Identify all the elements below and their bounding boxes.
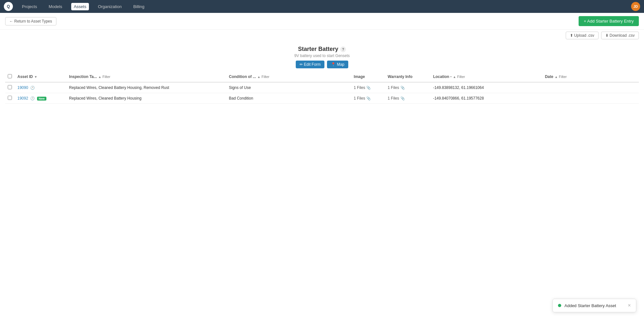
row-2-image-file-icon: 📎 xyxy=(366,96,371,101)
table-row: 19090 🕐 Replaced Wires, Cleaned Battery … xyxy=(5,82,639,93)
row-2-asset-id-cell: 19092 🕐 New xyxy=(15,93,66,104)
col-inspection-tasks: Inspection Ta... ▲ xyxy=(66,72,226,82)
condition-sort[interactable]: Condition of ... ▲ xyxy=(229,74,261,79)
back-button[interactable]: ← Return to Asset Types xyxy=(5,17,56,25)
date-sort[interactable]: Date ▲ xyxy=(545,74,558,79)
select-all-checkbox[interactable] xyxy=(8,74,12,78)
nav-logo: Q xyxy=(4,2,13,11)
row-1-warranty-cell: 1 Files 📎 xyxy=(385,82,430,93)
col-warranty-info: Warranty Info xyxy=(385,72,430,82)
condition-filter[interactable] xyxy=(262,75,306,79)
location-filter[interactable] xyxy=(457,75,502,79)
row-2-location-cell: -149.84070866, 61.19577628 xyxy=(430,93,542,104)
col-asset-id: Asset ID ▼ xyxy=(15,72,66,82)
info-badge[interactable]: ? xyxy=(340,46,346,52)
page-title-container: Starter Battery ? xyxy=(298,46,346,53)
add-button-label: + Add Starter Battery Entry xyxy=(584,19,634,24)
inspection-sort-icon: ▲ xyxy=(98,75,101,79)
page-actions: ✏ Edit Form 📍 Map xyxy=(0,61,644,68)
download-csv-button[interactable]: ⬇ Download .csv xyxy=(601,32,639,39)
col-image: Image xyxy=(351,72,385,82)
sub-header: ← Return to Asset Types + Add Starter Ba… xyxy=(0,13,644,30)
edit-form-button[interactable]: ✏ Edit Form xyxy=(296,61,324,68)
date-filter[interactable] xyxy=(559,75,603,79)
row-1-asset-id-link[interactable]: 19090 xyxy=(17,85,28,90)
col-condition: Condition of ... ▲ xyxy=(226,72,351,82)
col-date: Date ▲ xyxy=(542,72,639,82)
table-body: 19090 🕐 Replaced Wires, Cleaned Battery … xyxy=(5,82,639,104)
nav-item-models[interactable]: Models xyxy=(46,3,65,10)
row-1-image-file-icon: 📎 xyxy=(366,86,371,90)
table-header: Asset ID ▼ Inspection Ta... ▲ Condition … xyxy=(5,72,639,82)
map-label: 📍 Map xyxy=(331,62,344,67)
avatar: JD xyxy=(631,2,640,11)
table-header-row: Asset ID ▼ Inspection Ta... ▲ Condition … xyxy=(5,72,639,82)
download-csv-label: ⬇ Download .csv xyxy=(605,33,635,38)
row-1-clock-icon: 🕐 xyxy=(30,86,35,90)
row-1-image-files: 1 Files 📎 xyxy=(354,85,382,90)
page-subtitle: 9V battery used to start Gensets xyxy=(0,53,644,58)
row-2-condition-cell: Bad Condition xyxy=(226,93,351,104)
row-2-new-badge: New xyxy=(37,97,46,101)
location-sort-icon: ▲ xyxy=(453,75,456,79)
nav-item-billing[interactable]: Billing xyxy=(131,3,147,10)
row-1-location-cell: -149.83898132, 61.19661064 xyxy=(430,82,542,93)
row-2-warranty-cell: 1 Files 📎 xyxy=(385,93,430,104)
inspection-filter[interactable] xyxy=(102,75,147,79)
asset-id-sort[interactable]: Asset ID ▼ xyxy=(17,74,37,79)
row-1-warranty-file-icon: 📎 xyxy=(400,86,405,90)
assets-table: Asset ID ▼ Inspection Ta... ▲ Condition … xyxy=(5,72,639,104)
inspection-sort[interactable]: Inspection Ta... ▲ xyxy=(69,74,101,79)
row-1-asset-id-cell: 19090 🕐 xyxy=(15,82,66,93)
row-2-clock-icon: 🕐 xyxy=(30,96,35,100)
row-1-inspection-cell: Replaced Wires, Cleaned Battery Housing,… xyxy=(66,82,226,93)
edit-form-label: ✏ Edit Form xyxy=(300,62,321,67)
row-2-checkbox[interactable] xyxy=(8,96,12,100)
nav-item-assets[interactable]: Assets xyxy=(71,3,89,10)
row-1-condition-cell: Signs of Use xyxy=(226,82,351,93)
upload-csv-button[interactable]: ⬆ Upload .csv xyxy=(566,32,599,39)
upload-csv-label: ⬆ Upload .csv xyxy=(570,33,594,38)
row-1-warranty-files: 1 Files 📎 xyxy=(388,85,428,90)
col-location: Location - ▲ xyxy=(430,72,542,82)
date-sort-icon: ▲ xyxy=(554,75,558,79)
csv-actions-row: ⬆ Upload .csv ⬇ Download .csv xyxy=(0,30,644,41)
nav-item-organization[interactable]: Organization xyxy=(95,3,124,10)
row-1-checkbox[interactable] xyxy=(8,85,12,89)
back-button-label: ← Return to Asset Types xyxy=(9,19,52,24)
row-2-warranty-file-icon: 📎 xyxy=(400,96,405,101)
row-1-date-cell xyxy=(542,82,639,93)
row-2-inspection-cell: Replaced Wires, Cleaned Battery Housing xyxy=(66,93,226,104)
row-2-warranty-files: 1 Files 📎 xyxy=(388,96,428,101)
row-2-checkbox-cell xyxy=(5,93,15,104)
row-1-image-cell: 1 Files 📎 xyxy=(351,82,385,93)
row-2-date-cell xyxy=(542,93,639,104)
row-1-checkbox-cell xyxy=(5,82,15,93)
map-button[interactable]: 📍 Map xyxy=(327,61,348,68)
nav-item-projects[interactable]: Projects xyxy=(19,3,40,10)
select-all-col xyxy=(5,72,15,82)
page-title-text: Starter Battery xyxy=(298,46,338,53)
condition-sort-icon: ▲ xyxy=(257,75,261,79)
asset-id-sort-icon: ▼ xyxy=(34,75,37,79)
location-sort[interactable]: Location - ▲ xyxy=(433,74,456,79)
page-center: Starter Battery ? 9V battery used to sta… xyxy=(0,41,644,72)
row-2-image-files: 1 Files 📎 xyxy=(354,96,382,101)
add-starter-battery-button[interactable]: + Add Starter Battery Entry xyxy=(579,16,639,26)
table-row: 19092 🕐 New Replaced Wires, Cleaned Batt… xyxy=(5,93,639,104)
top-nav: Q Projects Models Assets Organization Bi… xyxy=(0,0,644,13)
row-2-image-cell: 1 Files 📎 xyxy=(351,93,385,104)
row-2-asset-id-link[interactable]: 19092 xyxy=(17,96,28,101)
table-container: Asset ID ▼ Inspection Ta... ▲ Condition … xyxy=(0,72,644,104)
